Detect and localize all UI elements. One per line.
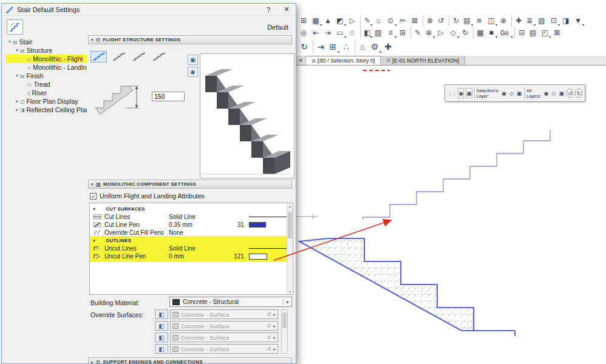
support-endings-section-header[interactable]: ▸ ⚙ SUPPORT ENDINGS AND CONNECTIONS xyxy=(88,357,292,364)
toolbar-icon[interactable]: ✚▾ xyxy=(511,15,523,27)
fill-icon[interactable]: ◇ xyxy=(551,90,556,96)
toolbar-icon[interactable]: ≋▾ xyxy=(473,15,485,27)
toolbar-icon[interactable]: ☆▾ xyxy=(346,27,358,39)
toolbar-icon[interactable]: ▼▾ xyxy=(572,15,584,27)
toolbar-icon[interactable]: ◰▾ xyxy=(539,27,551,39)
tree-item[interactable]: ▸ ◨ Reflected Ceiling Plan xyxy=(5,106,87,114)
tree-expand-icon[interactable]: ▾ xyxy=(7,39,13,44)
toolbar-icon[interactable]: ⊞▾ xyxy=(298,15,310,27)
toolbar-icon[interactable]: ▨▾ xyxy=(372,27,384,39)
close-button[interactable]: ✕ xyxy=(277,4,296,16)
surfaces-scrollbar[interactable] xyxy=(281,309,288,354)
tree-expand-icon[interactable]: ▾ xyxy=(14,73,20,78)
pen-color-swatch[interactable] xyxy=(249,254,267,260)
toolbar-icon[interactable]: ≡▾ xyxy=(384,27,397,39)
building-material-dropdown[interactable]: Concrete - Structural ▸ xyxy=(169,297,292,307)
pen-color-swatch[interactable] xyxy=(249,222,266,228)
toolbar-icon[interactable]: ▦▾ xyxy=(310,15,322,27)
toolbar-icon[interactable]: ⊗▾ xyxy=(423,15,435,27)
toolbar-icon[interactable]: ■▾ xyxy=(485,27,497,39)
toolbar-icon[interactable]: ⇤▾ xyxy=(310,27,322,39)
toolbar-icon[interactable]: ▦▾ xyxy=(473,27,485,39)
toolbar-icon[interactable]: ⊞▾ xyxy=(397,27,409,39)
monolithic-section-header[interactable]: ▾ ▦ MONOLITHIC COMPONENT SETTINGS xyxy=(88,180,292,189)
panel-grip-handle[interactable]: ⋮⋮ xyxy=(448,90,456,96)
toolbar-icon[interactable]: ▤▾ xyxy=(526,27,539,39)
structure-type-button[interactable] xyxy=(151,51,167,62)
override-cut-fill-pens-row[interactable]: Override Cut Fill Pens None xyxy=(90,229,287,237)
toolbar-icon[interactable]: ✚▾ xyxy=(381,40,395,54)
toolbar-icon[interactable]: Go▾ xyxy=(497,27,512,39)
toolbar-icon[interactable]: ∴▾ xyxy=(339,40,353,54)
scroll-down-icon[interactable]: ▾ xyxy=(287,289,293,294)
tree-item[interactable]: ▱ Monolithic - Flight xyxy=(5,55,87,63)
toolbar-icon[interactable]: ▷▾ xyxy=(435,27,447,39)
toolbar-icon[interactable]: ⊠▾ xyxy=(409,15,421,27)
toolbar-icon[interactable]: ◧▾ xyxy=(360,27,372,39)
structure-type-button[interactable] xyxy=(111,51,127,62)
undo-layers-button[interactable]: ↺ xyxy=(567,89,574,98)
toolbar-icon[interactable]: ⊟▾ xyxy=(514,27,526,39)
toolbar-icon[interactable]: ⌂▾ xyxy=(355,40,368,54)
toolbar-icon[interactable]: ↻▾ xyxy=(449,15,461,27)
tree-item[interactable]: ▱ Monolithic - Landing xyxy=(5,63,87,72)
toolbar-icon[interactable]: ▧▾ xyxy=(536,15,548,27)
tree-item[interactable]: ▾ ▤ Stair xyxy=(5,38,87,46)
toolbar-icon[interactable]: ⊙▾ xyxy=(384,15,397,27)
toolbar-icon[interactable]: ▤▾ xyxy=(461,15,473,27)
cut-lines-row[interactable]: Cut Lines Solid Line xyxy=(90,213,287,221)
toolbar-icon[interactable]: ⇥▾ xyxy=(313,40,326,54)
toolbar-icon[interactable]: ▷▾ xyxy=(346,15,358,27)
tree-item[interactable]: ▾ ▤ Structure xyxy=(5,46,87,55)
uniform-checkbox[interactable]: ✓ xyxy=(90,193,97,200)
dialog-titlebar[interactable]: Stair Default Settings ? ✕ xyxy=(2,4,296,16)
surface-face-icon[interactable]: ◧ xyxy=(155,332,168,342)
outlines-header[interactable]: ▾ OUTLINES xyxy=(90,237,287,244)
toolbar-icon[interactable]: ⇥▾ xyxy=(322,27,334,39)
eye-icon[interactable]: ◉ xyxy=(502,90,506,96)
redo-layers-button[interactable]: ↻ xyxy=(575,89,582,98)
lock-layer-button[interactable]: ▣ xyxy=(466,88,472,98)
tree-expand-icon[interactable]: ▸ xyxy=(14,107,20,112)
scroll-up-icon[interactable]: ▴ xyxy=(287,204,293,208)
structure-type-button[interactable] xyxy=(131,51,147,62)
tree-item[interactable]: ▸ ◫ Floor Plan Display xyxy=(5,97,87,106)
toolbar-icon[interactable]: ▲▾ xyxy=(322,15,334,27)
toolbar-icon[interactable]: ◎▾ xyxy=(298,27,310,39)
tree-expand-icon[interactable]: ▸ xyxy=(14,99,20,104)
stair-3d-preview[interactable] xyxy=(200,53,294,178)
toolbar-icon[interactable]: ◩▾ xyxy=(334,15,346,27)
surface-face-icon[interactable]: ◧ xyxy=(155,321,168,331)
reset-icon[interactable]: ↺ xyxy=(267,335,271,340)
orbit-3d-icon[interactable]: ◉ xyxy=(188,67,198,77)
structure-type-button[interactable] xyxy=(90,51,107,62)
toolbar-icon[interactable]: ✎▾ xyxy=(360,15,372,27)
tree-item[interactable]: ▯ Riser xyxy=(5,89,87,97)
view-tab[interactable]: ⊡[E-01 NORTH ELEVATION] xyxy=(381,56,465,65)
help-button[interactable]: ? xyxy=(259,4,277,16)
surface-dropdown[interactable]: Concrete - Surface ↺ ▸ xyxy=(170,332,278,342)
scroll-thumb[interactable] xyxy=(288,212,292,238)
eye-icon[interactable]: ◉ xyxy=(544,90,549,96)
toolbar-icon[interactable]: ⊕▾ xyxy=(497,15,509,27)
reset-icon[interactable]: ↺ xyxy=(267,312,271,317)
toolbar-icon[interactable]: ↺▾ xyxy=(435,15,447,27)
toolbar-icon[interactable]: ⊡▾ xyxy=(548,15,560,27)
toolbar-icon[interactable]: ⊠▾ xyxy=(551,27,563,39)
toolbar-icon[interactable]: ◨▾ xyxy=(560,15,572,27)
surface-dropdown[interactable]: Concrete - Surface ↺ ▸ xyxy=(170,344,278,354)
toolbar-icon[interactable]: ↻▾ xyxy=(459,27,471,39)
list-scrollbar[interactable]: ▴ ▾ xyxy=(287,203,293,294)
lock-icon[interactable]: ▣ xyxy=(559,90,564,96)
reset-icon[interactable]: ↺ xyxy=(267,346,271,352)
cut-surfaces-header[interactable]: ▾ CUT SURFACES xyxy=(90,205,287,213)
toolbar-icon[interactable]: ⚙▾ xyxy=(368,40,381,54)
toolbar-icon[interactable]: ⌂▾ xyxy=(372,15,384,27)
stair-favorites-button[interactable] xyxy=(7,19,23,35)
uncut-line-pen-row[interactable]: Uncut Line Pen 0 mm 121 xyxy=(90,252,287,260)
surface-face-icon[interactable]: ◧ xyxy=(155,309,168,319)
cut-line-pen-row[interactable]: Cut Line Pen 0.35 mm 31 xyxy=(90,221,287,229)
tree-item[interactable]: ▭ Tread xyxy=(5,80,87,89)
toolbar-icon[interactable]: ✂▾ xyxy=(397,15,409,27)
toolbar-icon[interactable]: ⊞▾ xyxy=(326,40,339,54)
